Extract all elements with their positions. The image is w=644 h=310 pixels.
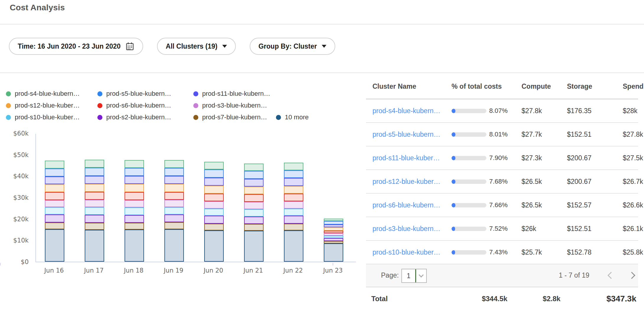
legend-item-prod-s12[interactable]: prod-s12-blue-kuber… [6,100,97,111]
bar-segment-prod-s7-blue-kubern[interactable] [324,241,343,244]
bar-segment-prod-s7-blue-kubern[interactable] [125,223,144,230]
bar-segment-prod-s2-blue-kubern[interactable] [324,238,343,241]
bar-segment-prod-s2-blue-kubern[interactable] [45,215,64,222]
bar-jun-22[interactable] [284,163,303,262]
bar-segment-prod-s2-blue-kubern[interactable] [284,216,303,223]
bar-segment-prod-s10-blue-kuber[interactable] [324,236,343,238]
bar-segment-prod-s12-blue-kuber[interactable] [45,184,64,192]
bar-segment-prod-s12-blue-kuber[interactable] [284,186,303,194]
bar-segment-prod-s3-blue-kubern[interactable] [204,201,224,209]
time-range-filter[interactable]: Time: 16 Jun 2020 - 23 Jun 2020 [9,38,143,55]
bar-segment-prod-s12-blue-kuber[interactable] [244,187,264,194]
bar-segment-prod-s6-blue-kubern[interactable] [85,192,104,200]
bar-segment-10-more[interactable] [85,230,104,262]
legend-item-prod-s11[interactable]: prod-s11-blue-kubern… [193,88,276,100]
bar-segment-prod-s3-blue-kubern[interactable] [284,201,303,209]
bar-segment-prod-s6-blue-kubern[interactable] [45,192,64,200]
bar-segment-prod-s5-blue-kubern[interactable] [204,169,224,178]
legend-item-prod-s6[interactable]: prod-s6-blue-kubern… [97,100,193,111]
legend-item-prod-s4[interactable]: prod-s4-blue-kubern… [6,88,97,100]
bar-segment-prod-s12-blue-kuber[interactable] [164,184,184,192]
bar-segment-prod-s2-blue-kubern[interactable] [85,215,104,223]
bar-segment-prod-s2-blue-kubern[interactable] [244,217,264,224]
bar-jun-19[interactable] [164,160,184,262]
bar-segment-prod-s7-blue-kubern[interactable] [164,222,184,229]
bar-segment-prod-s10-blue-kuber[interactable] [45,207,64,215]
group-by-dropdown[interactable]: Group By: Cluster [250,38,335,55]
bar-segment-prod-s12-blue-kuber[interactable] [125,184,144,192]
bar-segment-prod-s3-blue-kubern[interactable] [244,202,264,209]
legend-item-prod-s3[interactable]: prod-s3-blue-kubern… [193,100,276,111]
bar-segment-prod-s4-blue-kubern[interactable] [204,162,224,169]
bar-jun-23[interactable] [324,219,343,262]
bar-jun-17[interactable] [85,160,104,262]
bar-segment-prod-s5-blue-kubern[interactable] [324,221,343,225]
cluster-link[interactable]: prod-s3-blue-kubern… [372,225,452,233]
bar-segment-prod-s12-blue-kuber[interactable] [204,186,224,194]
chevron-left-icon[interactable] [607,272,614,279]
bar-jun-21[interactable] [244,164,264,262]
bar-segment-prod-s3-blue-kubern[interactable] [85,200,104,207]
bar-segment-prod-s11-blue-kubern[interactable] [45,177,64,184]
bar-segment-prod-s12-blue-kuber[interactable] [324,227,343,231]
bar-segment-prod-s7-blue-kubern[interactable] [204,224,224,230]
cluster-link[interactable]: prod-s6-blue-kubern… [372,201,452,209]
legend-item-10-more[interactable]: 10 more [276,111,309,123]
bar-segment-10-more[interactable] [284,230,303,262]
bar-segment-prod-s4-blue-kubern[interactable] [45,161,64,169]
bar-segment-prod-s2-blue-kubern[interactable] [164,215,184,222]
bar-segment-prod-s4-blue-kubern[interactable] [324,219,343,221]
bar-segment-prod-s5-blue-kubern[interactable] [125,168,144,176]
bar-segment-prod-s4-blue-kubern[interactable] [85,160,104,168]
bar-segment-prod-s10-blue-kuber[interactable] [204,209,224,216]
bar-segment-prod-s12-blue-kuber[interactable] [85,184,104,192]
bar-segment-prod-s6-blue-kubern[interactable] [324,231,343,233]
bar-segment-prod-s10-blue-kuber[interactable] [125,207,144,215]
bar-segment-prod-s11-blue-kubern[interactable] [204,178,224,186]
bar-segment-prod-s11-blue-kubern[interactable] [244,179,264,187]
bar-segment-prod-s6-blue-kubern[interactable] [284,194,303,201]
bar-segment-prod-s3-blue-kubern[interactable] [164,200,184,207]
legend-item-prod-s5[interactable]: prod-s5-blue-kubern… [97,88,193,100]
bar-segment-prod-s2-blue-kubern[interactable] [204,216,224,223]
bar-segment-prod-s5-blue-kubern[interactable] [164,168,184,176]
bar-segment-prod-s2-blue-kubern[interactable] [125,215,144,223]
bar-segment-prod-s6-blue-kubern[interactable] [204,194,224,201]
bar-segment-prod-s10-blue-kuber[interactable] [284,209,303,216]
bar-segment-prod-s10-blue-kuber[interactable] [85,207,104,215]
bar-segment-prod-s11-blue-kubern[interactable] [164,176,184,184]
bar-segment-prod-s4-blue-kubern[interactable] [284,163,303,170]
cluster-link[interactable]: prod-s4-blue-kubern… [372,107,452,115]
bar-segment-prod-s5-blue-kubern[interactable] [284,170,303,178]
bar-segment-prod-s10-blue-kuber[interactable] [244,209,264,217]
bar-segment-10-more[interactable] [204,230,224,262]
cluster-link[interactable]: prod-s12-blue-kuber… [372,178,452,186]
bar-segment-prod-s10-blue-kuber[interactable] [164,207,184,215]
bar-segment-10-more[interactable] [244,231,264,262]
bar-jun-20[interactable] [204,162,224,262]
bar-segment-prod-s5-blue-kubern[interactable] [244,171,264,179]
bar-jun-18[interactable] [125,160,144,262]
bar-segment-10-more[interactable] [164,229,184,262]
bar-segment-prod-s6-blue-kubern[interactable] [164,192,184,200]
bar-segment-prod-s5-blue-kubern[interactable] [45,169,64,177]
clusters-filter-dropdown[interactable]: All Clusters (19) [157,38,236,55]
bar-segment-prod-s6-blue-kubern[interactable] [244,194,264,202]
bar-segment-prod-s7-blue-kubern[interactable] [85,223,104,230]
bar-segment-prod-s7-blue-kubern[interactable] [284,224,303,230]
bar-segment-10-more[interactable] [45,229,64,262]
bar-segment-prod-s7-blue-kubern[interactable] [244,224,264,231]
bar-segment-prod-s6-blue-kubern[interactable] [125,192,144,200]
bar-segment-prod-s3-blue-kubern[interactable] [125,200,144,207]
legend-item-prod-s7[interactable]: prod-s7-blue-kubern… [193,111,276,123]
bar-segment-prod-s3-blue-kubern[interactable] [324,233,343,236]
bar-segment-prod-s4-blue-kubern[interactable] [244,164,264,171]
bar-segment-prod-s11-blue-kubern[interactable] [324,225,343,227]
bar-segment-prod-s11-blue-kubern[interactable] [125,176,144,184]
chevron-right-icon[interactable] [628,272,635,279]
bar-jun-16[interactable] [45,161,64,262]
legend-item-prod-s10[interactable]: prod-s10-blue-kuber… [6,111,97,123]
bar-segment-prod-s11-blue-kubern[interactable] [284,178,303,186]
bar-segment-prod-s3-blue-kubern[interactable] [45,200,64,207]
page-select[interactable]: 1 [401,269,427,283]
